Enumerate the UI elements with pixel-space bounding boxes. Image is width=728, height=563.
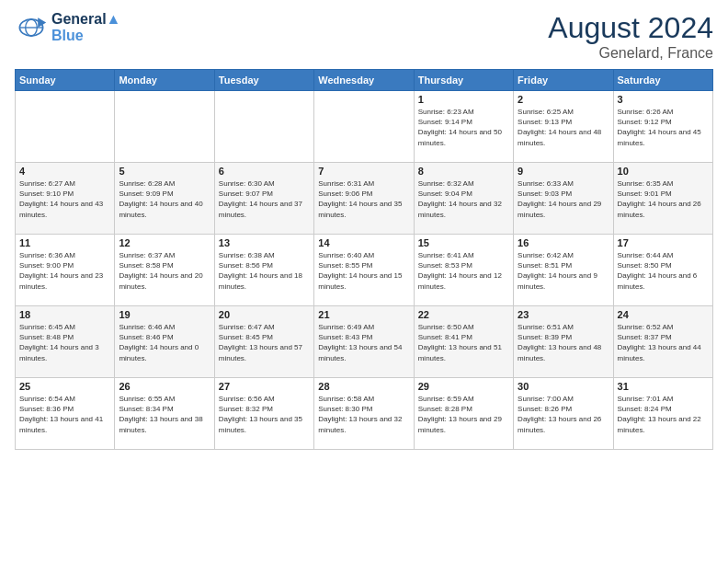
calendar-cell: 3Sunrise: 6:26 AM Sunset: 9:12 PM Daylig…: [613, 91, 712, 163]
day-info: Sunrise: 6:33 AM Sunset: 9:03 PM Dayligh…: [518, 178, 609, 220]
header: General▲ Blue August 2024 Genelard, Fran…: [15, 11, 713, 62]
day-info: Sunrise: 7:00 AM Sunset: 8:26 PM Dayligh…: [518, 394, 609, 435]
calendar-week-row: 11Sunrise: 6:36 AM Sunset: 9:00 PM Dayli…: [16, 235, 713, 306]
calendar-cell: 18Sunrise: 6:45 AM Sunset: 8:48 PM Dayli…: [16, 306, 115, 378]
day-info: Sunrise: 6:49 AM Sunset: 8:43 PM Dayligh…: [318, 322, 409, 363]
calendar-cell: 1Sunrise: 6:23 AM Sunset: 9:14 PM Daylig…: [414, 91, 513, 163]
calendar-cell: 9Sunrise: 6:33 AM Sunset: 9:03 PM Daylig…: [514, 163, 613, 235]
calendar-cell: 14Sunrise: 6:40 AM Sunset: 8:55 PM Dayli…: [314, 235, 414, 306]
calendar-cell: 10Sunrise: 6:35 AM Sunset: 9:01 PM Dayli…: [613, 163, 712, 235]
logo-text: General▲ Blue: [51, 11, 120, 43]
day-info: Sunrise: 6:40 AM Sunset: 8:55 PM Dayligh…: [318, 250, 409, 292]
day-info: Sunrise: 6:32 AM Sunset: 9:04 PM Dayligh…: [418, 178, 509, 220]
day-info: Sunrise: 6:26 AM Sunset: 9:12 PM Dayligh…: [618, 107, 709, 148]
calendar-cell: [314, 91, 414, 163]
calendar-cell: 21Sunrise: 6:49 AM Sunset: 8:43 PM Dayli…: [314, 306, 414, 378]
day-number: 1: [418, 94, 509, 105]
day-number: 21: [318, 309, 409, 320]
day-info: Sunrise: 6:47 AM Sunset: 8:45 PM Dayligh…: [219, 322, 310, 363]
day-number: 14: [318, 237, 409, 248]
calendar-cell: 8Sunrise: 6:32 AM Sunset: 9:04 PM Daylig…: [414, 163, 513, 235]
calendar-cell: 30Sunrise: 7:00 AM Sunset: 8:26 PM Dayli…: [514, 378, 613, 450]
day-info: Sunrise: 6:38 AM Sunset: 8:56 PM Dayligh…: [219, 250, 310, 292]
day-number: 12: [119, 237, 210, 248]
day-number: 17: [618, 237, 709, 248]
calendar-cell: 23Sunrise: 6:51 AM Sunset: 8:39 PM Dayli…: [514, 306, 613, 378]
weekday-header-row: Sunday Monday Tuesday Wednesday Thursday…: [16, 70, 713, 91]
header-friday: Friday: [514, 70, 613, 91]
day-number: 7: [318, 166, 409, 177]
day-info: Sunrise: 6:36 AM Sunset: 9:00 PM Dayligh…: [19, 250, 110, 292]
calendar-cell: 26Sunrise: 6:55 AM Sunset: 8:34 PM Dayli…: [115, 378, 214, 450]
calendar-cell: 5Sunrise: 6:28 AM Sunset: 9:09 PM Daylig…: [115, 163, 214, 235]
day-number: 4: [19, 166, 110, 177]
day-info: Sunrise: 6:41 AM Sunset: 8:53 PM Dayligh…: [418, 250, 509, 292]
day-number: 5: [119, 166, 210, 177]
day-number: 30: [518, 381, 609, 392]
day-info: Sunrise: 6:52 AM Sunset: 8:37 PM Dayligh…: [618, 322, 709, 363]
day-info: Sunrise: 6:55 AM Sunset: 8:34 PM Dayligh…: [119, 394, 210, 435]
calendar-cell: 25Sunrise: 6:54 AM Sunset: 8:36 PM Dayli…: [16, 378, 115, 450]
day-info: Sunrise: 6:30 AM Sunset: 9:07 PM Dayligh…: [219, 178, 310, 220]
day-number: 15: [418, 237, 509, 248]
logo-icon: [15, 11, 48, 44]
logo: General▲ Blue: [15, 11, 120, 44]
day-number: 3: [618, 94, 709, 105]
day-number: 28: [318, 381, 409, 392]
calendar-cell: 19Sunrise: 6:46 AM Sunset: 8:46 PM Dayli…: [115, 306, 214, 378]
calendar-cell: 4Sunrise: 6:27 AM Sunset: 9:10 PM Daylig…: [16, 163, 115, 235]
day-info: Sunrise: 6:56 AM Sunset: 8:32 PM Dayligh…: [219, 394, 310, 435]
day-number: 10: [618, 166, 709, 177]
day-number: 29: [418, 381, 509, 392]
calendar-week-row: 4Sunrise: 6:27 AM Sunset: 9:10 PM Daylig…: [16, 163, 713, 235]
day-number: 31: [618, 381, 709, 392]
day-number: 11: [19, 237, 110, 248]
calendar-week-row: 25Sunrise: 6:54 AM Sunset: 8:36 PM Dayli…: [16, 378, 713, 450]
day-info: Sunrise: 6:25 AM Sunset: 9:13 PM Dayligh…: [518, 107, 609, 148]
calendar-cell: 2Sunrise: 6:25 AM Sunset: 9:13 PM Daylig…: [514, 91, 613, 163]
calendar-cell: 17Sunrise: 6:44 AM Sunset: 8:50 PM Dayli…: [613, 235, 712, 306]
day-info: Sunrise: 6:54 AM Sunset: 8:36 PM Dayligh…: [19, 394, 110, 435]
day-number: 27: [219, 381, 310, 392]
page: General▲ Blue August 2024 Genelard, Fran…: [0, 0, 728, 563]
day-info: Sunrise: 6:46 AM Sunset: 8:46 PM Dayligh…: [119, 322, 210, 363]
day-info: Sunrise: 6:31 AM Sunset: 9:06 PM Dayligh…: [318, 178, 409, 220]
calendar-cell: 20Sunrise: 6:47 AM Sunset: 8:45 PM Dayli…: [214, 306, 313, 378]
day-number: 22: [418, 309, 509, 320]
day-info: Sunrise: 6:37 AM Sunset: 8:58 PM Dayligh…: [119, 250, 210, 292]
header-monday: Monday: [115, 70, 214, 91]
day-info: Sunrise: 6:51 AM Sunset: 8:39 PM Dayligh…: [518, 322, 609, 363]
day-info: Sunrise: 7:01 AM Sunset: 8:24 PM Dayligh…: [618, 394, 709, 435]
day-info: Sunrise: 6:58 AM Sunset: 8:30 PM Dayligh…: [318, 394, 409, 435]
day-number: 8: [418, 166, 509, 177]
subtitle: Genelard, France: [548, 45, 713, 62]
calendar-cell: 12Sunrise: 6:37 AM Sunset: 8:58 PM Dayli…: [115, 235, 214, 306]
calendar-week-row: 18Sunrise: 6:45 AM Sunset: 8:48 PM Dayli…: [16, 306, 713, 378]
day-number: 20: [219, 309, 310, 320]
calendar-cell: [16, 91, 115, 163]
calendar-cell: [214, 91, 313, 163]
header-sunday: Sunday: [16, 70, 115, 91]
day-number: 16: [518, 237, 609, 248]
day-number: 9: [518, 166, 609, 177]
calendar-cell: 7Sunrise: 6:31 AM Sunset: 9:06 PM Daylig…: [314, 163, 414, 235]
calendar-week-row: 1Sunrise: 6:23 AM Sunset: 9:14 PM Daylig…: [16, 91, 713, 163]
header-wednesday: Wednesday: [314, 70, 414, 91]
calendar-cell: 15Sunrise: 6:41 AM Sunset: 8:53 PM Dayli…: [414, 235, 513, 306]
day-number: 24: [618, 309, 709, 320]
day-number: 13: [219, 237, 310, 248]
calendar-cell: 22Sunrise: 6:50 AM Sunset: 8:41 PM Dayli…: [414, 306, 513, 378]
calendar-cell: 29Sunrise: 6:59 AM Sunset: 8:28 PM Dayli…: [414, 378, 513, 450]
day-number: 2: [518, 94, 609, 105]
day-info: Sunrise: 6:50 AM Sunset: 8:41 PM Dayligh…: [418, 322, 509, 363]
day-info: Sunrise: 6:28 AM Sunset: 9:09 PM Dayligh…: [119, 178, 210, 220]
day-info: Sunrise: 6:44 AM Sunset: 8:50 PM Dayligh…: [618, 250, 709, 292]
day-info: Sunrise: 6:23 AM Sunset: 9:14 PM Dayligh…: [418, 107, 509, 148]
calendar-cell: 27Sunrise: 6:56 AM Sunset: 8:32 PM Dayli…: [214, 378, 313, 450]
day-info: Sunrise: 6:35 AM Sunset: 9:01 PM Dayligh…: [618, 178, 709, 220]
title-block: August 2024 Genelard, France: [548, 11, 713, 62]
day-info: Sunrise: 6:59 AM Sunset: 8:28 PM Dayligh…: [418, 394, 509, 435]
calendar-table: Sunday Monday Tuesday Wednesday Thursday…: [15, 69, 713, 450]
calendar-cell: 6Sunrise: 6:30 AM Sunset: 9:07 PM Daylig…: [214, 163, 313, 235]
day-number: 26: [119, 381, 210, 392]
